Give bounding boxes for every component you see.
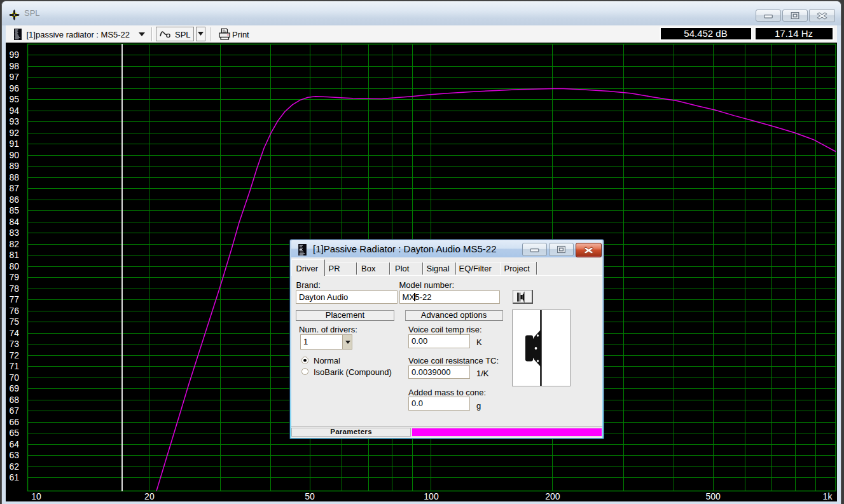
- svg-text:200: 200: [545, 491, 560, 501]
- svg-text:77: 77: [9, 294, 19, 304]
- svg-text:98: 98: [9, 61, 19, 71]
- svg-text:50: 50: [305, 491, 315, 501]
- svg-text:78: 78: [9, 283, 19, 294]
- svg-text:1k: 1k: [823, 491, 833, 501]
- svg-text:100: 100: [424, 491, 439, 501]
- svg-text:88: 88: [9, 172, 19, 182]
- svg-text:74: 74: [9, 328, 19, 338]
- svg-text:66: 66: [9, 417, 19, 427]
- svg-text:10: 10: [31, 491, 41, 501]
- svg-text:75: 75: [9, 317, 19, 327]
- svg-text:93: 93: [9, 116, 19, 126]
- svg-text:68: 68: [9, 395, 19, 405]
- svg-text:61: 61: [9, 472, 19, 482]
- svg-text:99: 99: [9, 50, 19, 60]
- svg-text:94: 94: [9, 106, 19, 116]
- svg-text:96: 96: [9, 83, 19, 93]
- svg-text:83: 83: [9, 228, 19, 238]
- svg-text:76: 76: [9, 306, 19, 316]
- svg-text:86: 86: [9, 194, 19, 205]
- svg-text:65: 65: [9, 428, 19, 438]
- svg-text:95: 95: [9, 94, 19, 104]
- svg-text:82: 82: [9, 239, 19, 249]
- svg-text:97: 97: [9, 72, 19, 82]
- svg-text:500: 500: [705, 491, 721, 501]
- svg-text:92: 92: [9, 128, 19, 138]
- svg-text:87: 87: [9, 183, 19, 193]
- svg-text:89: 89: [9, 161, 19, 171]
- svg-text:63: 63: [9, 450, 19, 460]
- svg-text:67: 67: [9, 405, 19, 416]
- svg-text:79: 79: [9, 272, 19, 282]
- svg-text:71: 71: [9, 361, 19, 371]
- svg-text:20: 20: [144, 491, 155, 501]
- svg-text:62: 62: [9, 461, 19, 472]
- svg-text:85: 85: [9, 205, 19, 215]
- svg-text:69: 69: [9, 383, 19, 393]
- svg-text:72: 72: [9, 350, 19, 360]
- svg-text:80: 80: [9, 261, 19, 271]
- svg-text:70: 70: [9, 372, 19, 383]
- svg-text:91: 91: [9, 139, 19, 149]
- svg-text:73: 73: [9, 339, 19, 349]
- svg-text:81: 81: [9, 250, 19, 260]
- svg-text:64: 64: [9, 439, 19, 449]
- svg-text:84: 84: [9, 217, 19, 227]
- svg-text:90: 90: [9, 150, 19, 160]
